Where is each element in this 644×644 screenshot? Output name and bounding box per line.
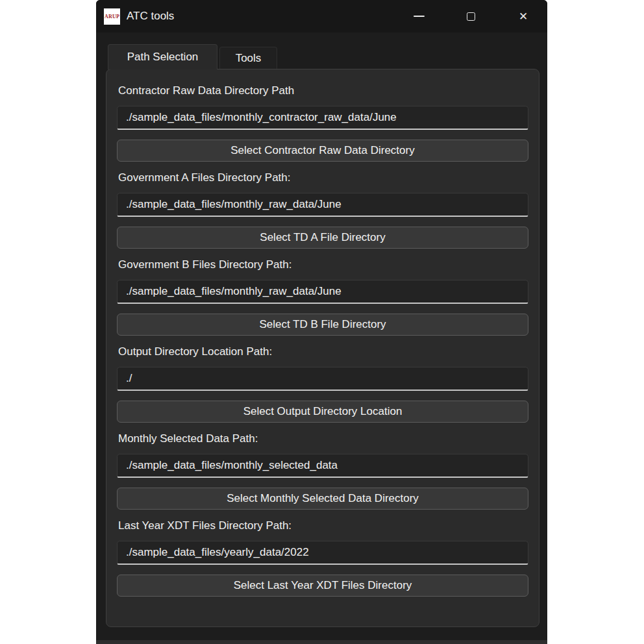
window-resize-edge[interactable] xyxy=(96,640,547,644)
path-section-contractor-raw-data: Contractor Raw Data Directory Path Selec… xyxy=(117,75,528,162)
select-contractor-raw-data-button[interactable]: Select Contractor Raw Data Directory xyxy=(117,140,528,162)
minimize-button[interactable] xyxy=(404,3,434,29)
path-section-last-year-xdt: Last Year XDT Files Directory Path: Sele… xyxy=(117,510,528,597)
title-bar: ARUP ATC tools ✕ xyxy=(96,0,547,32)
path-label: Last Year XDT Files Directory Path: xyxy=(117,518,528,534)
maximize-icon xyxy=(467,12,475,21)
government-a-path-input[interactable] xyxy=(117,193,528,217)
select-monthly-selected-data-button[interactable]: Select Monthly Selected Data Directory xyxy=(117,488,528,510)
path-section-government-b: Government B Files Directory Path: Selec… xyxy=(117,249,528,336)
tab-bar: Path Selection Tools xyxy=(108,44,547,69)
government-b-path-input[interactable] xyxy=(117,280,528,304)
minimize-icon xyxy=(414,16,425,17)
select-td-a-directory-button[interactable]: Select TD A File Directory xyxy=(117,227,528,249)
path-label: Government B Files Directory Path: xyxy=(117,257,528,273)
path-label: Government A Files Directory Path: xyxy=(117,170,528,186)
path-selection-panel: Contractor Raw Data Directory Path Selec… xyxy=(106,69,539,627)
contractor-raw-data-path-input[interactable] xyxy=(117,106,528,130)
last-year-xdt-path-input[interactable] xyxy=(117,541,528,565)
path-section-output-directory: Output Directory Location Path: Select O… xyxy=(117,336,528,423)
path-label: Contractor Raw Data Directory Path xyxy=(117,83,528,99)
select-td-b-directory-button[interactable]: Select TD B File Directory xyxy=(117,314,528,336)
app-window: ARUP ATC tools ✕ Path Selection Tools Co… xyxy=(96,0,547,644)
window-title: ATC tools xyxy=(127,10,174,23)
tab-path-selection[interactable]: Path Selection xyxy=(108,44,217,69)
path-section-government-a: Government A Files Directory Path: Selec… xyxy=(117,162,528,249)
arup-logo-text: ARUP xyxy=(105,14,119,19)
close-button[interactable]: ✕ xyxy=(508,3,538,29)
monthly-selected-data-path-input[interactable] xyxy=(117,454,528,478)
path-section-monthly-selected: Monthly Selected Data Path: Select Month… xyxy=(117,423,528,510)
close-icon: ✕ xyxy=(519,11,528,22)
arup-logo-icon: ARUP xyxy=(104,8,120,25)
maximize-button[interactable] xyxy=(456,3,486,29)
select-output-directory-button[interactable]: Select Output Directory Location xyxy=(117,401,528,423)
select-last-year-xdt-button[interactable]: Select Last Year XDT Files Directory xyxy=(117,575,528,597)
path-label: Output Directory Location Path: xyxy=(117,344,528,360)
path-label: Monthly Selected Data Path: xyxy=(117,431,528,447)
tab-tools[interactable]: Tools xyxy=(219,47,277,69)
output-directory-path-input[interactable] xyxy=(117,367,528,391)
